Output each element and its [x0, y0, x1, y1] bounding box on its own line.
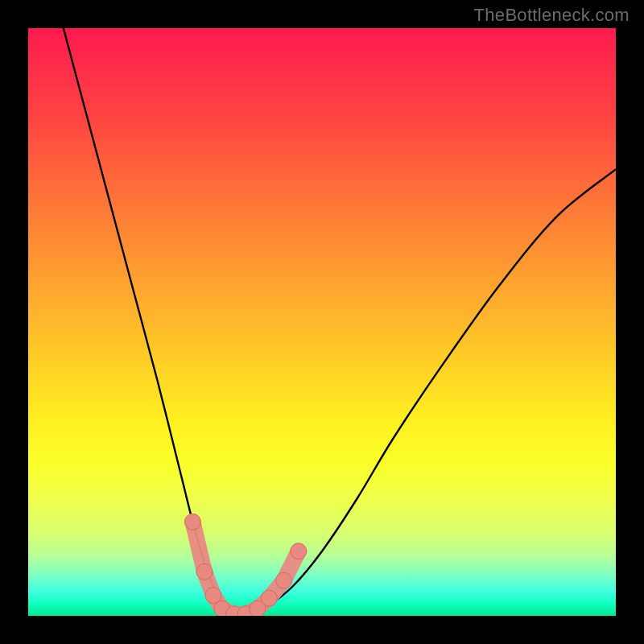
chart-frame: TheBottleneck.com — [0, 0, 644, 644]
marker-dot — [184, 514, 200, 530]
marker-dot — [276, 572, 292, 588]
watermark-text: TheBottleneck.com — [474, 5, 630, 26]
curve-path — [64, 28, 616, 616]
marker-dot — [261, 590, 277, 606]
marker-dot — [291, 543, 307, 559]
marker-dot — [196, 564, 213, 580]
marker-dot — [205, 587, 221, 603]
plot-area — [28, 28, 616, 616]
curve-markers — [184, 514, 306, 616]
bottleneck-curve — [28, 28, 616, 616]
